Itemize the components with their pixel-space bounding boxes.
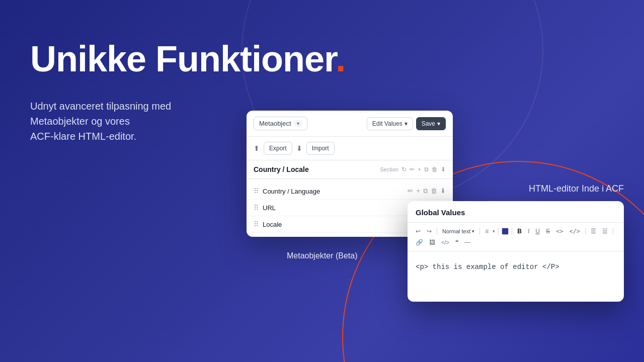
strikethrough-button[interactable]: S — [544, 227, 552, 236]
text-style-select[interactable]: Normal text ▾ — [440, 227, 476, 235]
list-style-button[interactable]: ≡ — [483, 227, 491, 236]
download-icon[interactable]: ⬇ — [440, 187, 446, 195]
action-bar: ⬆ Export ⬇ Import — [247, 137, 453, 160]
delete-icon[interactable]: 🗑 — [431, 187, 437, 195]
download-icon: ⬇ — [296, 144, 302, 152]
toolbar-separator — [498, 228, 499, 235]
link-button[interactable]: 🔗 — [414, 238, 425, 247]
color-picker[interactable] — [502, 228, 509, 235]
redo-button[interactable]: ↪ — [425, 227, 434, 236]
drag-handle-icon: ⠿ — [254, 187, 259, 195]
toolbar-separator — [479, 228, 480, 235]
edit-icon[interactable]: ✏ — [410, 166, 415, 173]
main-title: Unikke Funktioner. — [30, 40, 345, 78]
image-button[interactable]: 🖼 — [427, 238, 437, 247]
export-button[interactable]: Export — [264, 142, 292, 155]
row-name: Country / Language — [263, 188, 408, 195]
chevron-down-icon: ▾ — [405, 120, 408, 127]
toolbar-separator — [437, 228, 437, 235]
row-name: URL — [263, 204, 414, 212]
metaobject-select[interactable]: Metaobject ▾ — [254, 117, 307, 130]
import-button[interactable]: Import — [306, 142, 335, 155]
editor-label: HTML-editor Inde i ACF — [529, 184, 624, 194]
quote-button[interactable]: ❝ — [453, 238, 460, 247]
horizontal-rule-button[interactable]: — — [462, 238, 472, 247]
italic-button[interactable]: I — [526, 227, 531, 236]
list-unordered-button[interactable]: ☰ — [589, 227, 598, 236]
add-icon[interactable]: + — [416, 187, 420, 195]
undo-button[interactable]: ↩ — [414, 227, 423, 236]
meta-label: Metaobjekter (Beta) — [287, 251, 358, 260]
meta-toolbar: Metaobject ▾ Edit Values ▾ Save ▾ — [247, 111, 453, 137]
refresh-icon[interactable]: ↻ — [401, 166, 407, 173]
toolbar-right: Edit Values ▾ Save ▾ — [367, 117, 446, 130]
delete-icon[interactable]: 🗑 — [432, 166, 438, 173]
toolbar-separator — [613, 228, 613, 235]
underline-button[interactable]: U — [533, 227, 542, 236]
html-button[interactable]: </> — [439, 238, 451, 246]
drag-handle-icon: ⠿ — [254, 204, 259, 212]
chevron-down-icon: ▾ — [493, 229, 495, 234]
chevron-down-icon: ▾ — [472, 229, 474, 234]
code-button[interactable]: <> — [554, 227, 565, 236]
edit-icon[interactable]: ✏ — [408, 187, 413, 195]
editor-text: <p> this is example of editor </P> — [416, 263, 559, 271]
editor-toolbar: ↩ ↪ Normal text ▾ ≡ ▾ B I U S <> </> ☰ ☱… — [408, 223, 624, 251]
select-label: Metaobject — [259, 120, 291, 127]
edit-values-button[interactable]: Edit Values ▾ — [367, 117, 413, 130]
copy-icon[interactable]: ⧉ — [423, 187, 428, 195]
chevron-down-icon: ▾ — [437, 120, 440, 127]
list-ordered-button[interactable]: ☱ — [600, 227, 610, 236]
section-icons: Section ↻ ✏ + ⧉ 🗑 ⬇ — [380, 166, 446, 173]
save-button[interactable]: Save ▾ — [416, 117, 446, 130]
table-row: ⠿ Country / Language ✏ + ⧉ 🗑 ⬇ — [247, 183, 453, 200]
section-title: Country / Locale — [254, 165, 309, 173]
row-icons: ✏ + ⧉ 🗑 ⬇ — [408, 187, 446, 195]
bold-button[interactable]: B — [515, 227, 524, 236]
subtitle: Udnyt avanceret tilpasning med Metaobjek… — [30, 99, 221, 144]
drag-handle-icon: ⠿ — [254, 220, 259, 228]
add-icon[interactable]: + — [418, 166, 421, 173]
editor-header: Global Values — [408, 201, 624, 223]
toolbar-separator — [512, 228, 512, 235]
copy-icon[interactable]: ⧉ — [424, 166, 429, 173]
page-content: Unikke Funktioner. Udnyt avanceret tilpa… — [0, 0, 644, 362]
toolbar-separator — [585, 228, 586, 235]
upload-icon: ⬆ — [254, 144, 260, 152]
download-icon[interactable]: ⬇ — [441, 166, 446, 173]
chevron-down-icon: ▾ — [294, 120, 302, 127]
section-header: Country / Locale Section ↻ ✏ + ⧉ 🗑 ⬇ — [247, 160, 453, 179]
editor-window: Global Values ↩ ↪ Normal text ▾ ≡ ▾ B I … — [408, 201, 624, 302]
editor-content-area[interactable]: <p> this is example of editor </P> — [408, 251, 624, 302]
row-name: Locale — [263, 221, 414, 228]
editor-title: Global Values — [416, 208, 465, 217]
code-inline-button[interactable]: </> — [567, 227, 582, 236]
